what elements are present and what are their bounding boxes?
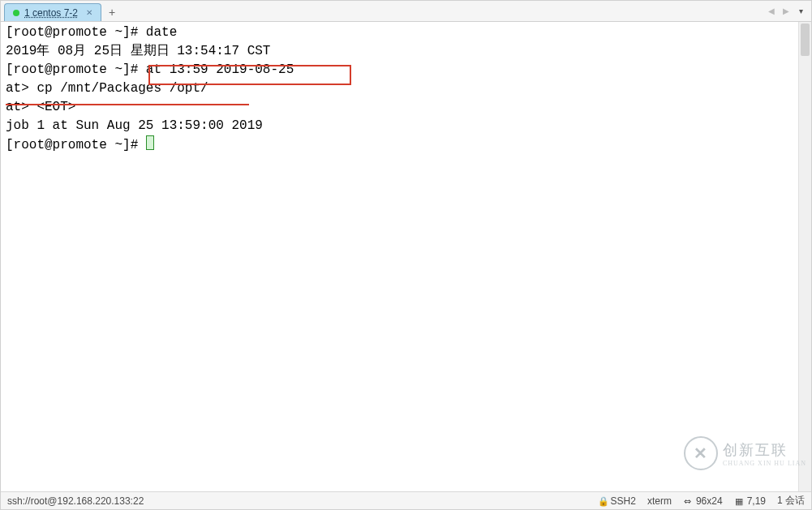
terminal-line: [root@promote ~]# at 13:59 2019-08-25 <box>6 62 294 77</box>
tab-label: 1 centos 7-2 <box>24 7 78 19</box>
tab-bar: 1 centos 7-2 ✕ + ◀ ▶ ▾ <box>1 1 811 22</box>
terminal-line: 2019年 08月 25日 星期日 13:54:17 CST <box>6 44 270 58</box>
tab-centos[interactable]: 1 centos 7-2 ✕ <box>4 3 101 21</box>
status-protocol: 🔒 SSH2 <box>598 495 636 507</box>
status-cursor-pos: ▦ 7,19 <box>734 495 766 507</box>
status-connection: ssh://root@192.168.220.133:22 <box>7 495 144 507</box>
next-tab-icon: ▶ <box>781 6 791 15</box>
terminal-area[interactable]: [root@promote ~]# date 2019年 08月 25日 星期日… <box>1 22 811 491</box>
terminal-line: at> cp /mnt/Packages /opt/ <box>6 81 208 96</box>
status-sessions: 1 会话 <box>777 494 805 508</box>
status-term-type: xterm <box>647 495 672 507</box>
size-icon: ⇔ <box>683 496 693 506</box>
scrollbar-thumb[interactable] <box>801 24 810 56</box>
tab-nav: ◀ ▶ ▾ <box>767 1 811 21</box>
terminal-line: at> <EOT> <box>6 100 75 114</box>
tab-menu-icon[interactable]: ▾ <box>796 6 806 15</box>
status-bar: ssh://root@192.168.220.133:22 🔒 SSH2 xte… <box>1 491 811 509</box>
terminal-output[interactable]: [root@promote ~]# date 2019年 08月 25日 星期日… <box>6 24 797 491</box>
close-icon[interactable]: ✕ <box>86 8 92 17</box>
cursor-icon <box>146 135 154 150</box>
prev-tab-icon: ◀ <box>767 6 776 15</box>
scrollbar[interactable] <box>798 22 811 491</box>
status-size: ⇔ 96x24 <box>683 495 723 507</box>
lock-icon: 🔒 <box>598 496 608 506</box>
terminal-line: job 1 at Sun Aug 25 13:59:00 2019 <box>6 118 263 133</box>
cursor-pos-icon: ▦ <box>734 496 744 506</box>
terminal-line: [root@promote ~]# date <box>6 25 177 40</box>
terminal-line: [root@promote ~]# <box>6 138 146 152</box>
new-tab-button[interactable]: + <box>103 3 121 21</box>
status-dot-icon <box>13 10 19 16</box>
